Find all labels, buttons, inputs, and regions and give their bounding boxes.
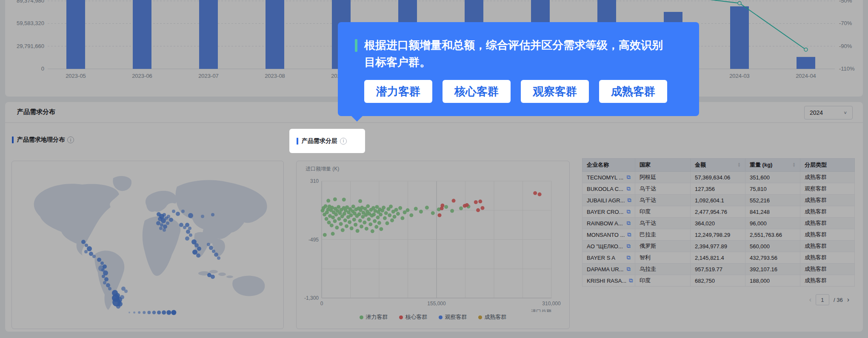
title-accent-bar	[297, 138, 298, 145]
spotlight-title: 产品需求分层	[297, 137, 347, 145]
tooltip-text: 根据进口额增量和总额，综合评估并区分需求等级，高效识别目标客户群。	[364, 37, 669, 71]
tooltip-button[interactable]: 核心客群	[443, 80, 511, 103]
tooltip-button[interactable]: 成熟客群	[599, 80, 667, 103]
guide-tooltip: 根据进口额增量和总额，综合评估并区分需求等级，高效识别目标客户群。 潜力客群核心…	[338, 22, 699, 116]
tooltip-button-row: 潜力客群核心客群观察客群成熟客群	[364, 80, 682, 103]
tooltip-pointer	[351, 116, 363, 122]
tooltip-accent-bar	[355, 39, 357, 52]
spotlight-title-text: 产品需求分层	[302, 137, 337, 145]
info-icon[interactable]	[340, 138, 347, 145]
spotlight-highlight: 产品需求分层	[289, 129, 365, 153]
tooltip-button[interactable]: 潜力客群	[364, 80, 432, 103]
tooltip-button[interactable]: 观察客群	[521, 80, 589, 103]
